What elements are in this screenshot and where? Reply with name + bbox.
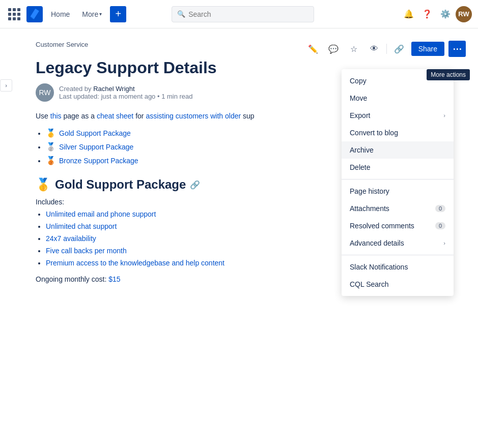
dropdown-item-attachments[interactable]: Attachments0 xyxy=(342,200,454,217)
intro-link-customers[interactable]: customers xyxy=(176,112,209,120)
feature-link[interactable]: Unlimited email and phone support xyxy=(46,210,367,218)
search-bar: 🔍 xyxy=(172,6,314,22)
intro-link-this[interactable]: this xyxy=(50,112,62,120)
comment-icon[interactable]: 💬 xyxy=(325,41,342,57)
search-input[interactable] xyxy=(188,10,308,18)
toc-link[interactable]: 🥉 Bronze Support Package xyxy=(46,156,367,165)
feature-link[interactable]: Premium access to the knowledgebase and … xyxy=(46,259,367,267)
features-list: Unlimited email and phone supportUnlimit… xyxy=(46,210,367,267)
intro-link-older[interactable]: older xyxy=(225,112,241,120)
confluence-logo[interactable] xyxy=(26,6,43,22)
section-heading-gold: 🥇 Gold Support Package 🔗 xyxy=(36,177,367,192)
dropdown-item-cql-search[interactable]: CQL Search xyxy=(342,276,454,293)
toolbar-divider xyxy=(386,44,387,54)
toc-link[interactable]: 🥇 Gold Support Package xyxy=(46,128,367,138)
dropdown-label-page-history: Page history xyxy=(350,187,389,195)
more-link[interactable]: More ▾ xyxy=(78,8,106,20)
dropdown-label-attachments: Attachments xyxy=(350,204,389,213)
dropdown-label-delete: Delete xyxy=(350,163,370,171)
page-content: Use this page as a cheat sheet for assis… xyxy=(36,112,367,283)
dropdown-item-convert-to-blog[interactable]: Convert to blog xyxy=(342,124,454,141)
dropdown-item-move[interactable]: Move xyxy=(342,89,454,107)
toc-list: 🥇 Gold Support Package 🥈 Silver Support … xyxy=(46,128,367,165)
author-meta: Created by Rachel Wright Last updated: j… xyxy=(59,85,193,100)
share-button[interactable]: Share xyxy=(411,42,444,56)
page-toolbar: ✏️ 💬 ☆ 👁 🔗 Share ⋯ More actions CopyMove… xyxy=(305,41,466,57)
more-chevron-icon: ▾ xyxy=(99,11,102,17)
badge-resolved-comments: 0 xyxy=(435,222,445,229)
help-icon[interactable]: ❓ xyxy=(419,6,435,22)
feature-list-item: Five call backs per month xyxy=(46,247,367,255)
toc-list-item: 🥈 Silver Support Package xyxy=(46,142,367,152)
divider-after-advanced-details xyxy=(342,255,454,255)
feature-link[interactable]: 24x7 availability xyxy=(46,234,367,243)
feature-list-item: Unlimited email and phone support xyxy=(46,210,367,218)
main-content-area: Customer Service ✏️ 💬 ☆ 👁 🔗 Share ⋯ More… xyxy=(15,28,478,448)
dropdown-label-move: Move xyxy=(350,94,367,102)
dropdown-label-resolved-comments: Resolved comments xyxy=(350,222,414,230)
home-link[interactable]: Home xyxy=(47,8,74,20)
feature-list-item: Unlimited chat support xyxy=(46,222,367,230)
sidebar-toggle-button[interactable]: › xyxy=(0,79,12,92)
toc-label: Gold Support Package xyxy=(59,129,131,137)
topnav-icons: 🔔 ❓ ⚙️ RW xyxy=(401,6,472,22)
dropdown-label-convert-to-blog: Convert to blog xyxy=(350,129,398,137)
toc-list-item: 🥉 Bronze Support Package xyxy=(46,156,367,165)
top-navigation: Home More ▾ + 🔍 🔔 ❓ ⚙️ RW xyxy=(0,0,478,28)
badge-attachments: 0 xyxy=(435,205,445,212)
author-avatar: RW xyxy=(36,83,54,102)
includes-label: Includes: xyxy=(36,198,367,206)
toc-emoji: 🥉 xyxy=(46,156,56,165)
dropdown-item-archive[interactable]: Archive xyxy=(342,141,454,159)
feature-list-item: 24x7 availability xyxy=(46,234,367,243)
user-avatar[interactable]: RW xyxy=(456,6,472,22)
create-button[interactable]: + xyxy=(110,6,126,22)
chevron-advanced-details-icon: › xyxy=(443,240,445,246)
toc-emoji: 🥈 xyxy=(46,142,56,152)
more-actions-button[interactable]: ⋯ xyxy=(448,41,466,57)
feature-list-item: Premium access to the knowledgebase and … xyxy=(46,259,367,267)
toc-label: Bronze Support Package xyxy=(59,157,138,165)
dropdown-item-delete[interactable]: Delete xyxy=(342,159,454,176)
more-actions-dropdown: CopyMoveExport›Convert to blogArchiveDel… xyxy=(342,69,454,296)
search-icon: 🔍 xyxy=(177,10,185,18)
notifications-icon[interactable]: 🔔 xyxy=(401,6,417,22)
dropdown-item-slack-notifications[interactable]: Slack Notifications xyxy=(342,258,454,276)
sidebar-toggle-area: › xyxy=(0,28,15,448)
edit-icon[interactable]: ✏️ xyxy=(305,41,321,57)
toc-link[interactable]: 🥈 Silver Support Package xyxy=(46,142,367,152)
section-link-icon[interactable]: 🔗 xyxy=(190,180,200,190)
apps-icon[interactable] xyxy=(6,6,22,22)
feature-link[interactable]: Five call backs per month xyxy=(46,247,367,255)
price-text: Ongoing monthly cost: $15 xyxy=(36,275,367,283)
chevron-export-icon: › xyxy=(443,112,445,118)
intro-link-with[interactable]: with xyxy=(210,112,223,120)
dropdown-label-copy: Copy xyxy=(350,77,367,85)
link-icon[interactable]: 🔗 xyxy=(391,41,407,57)
divider-after-delete xyxy=(342,179,454,180)
page-layout: › Customer Service ✏️ 💬 ☆ 👁 🔗 Share ⋯ Mo… xyxy=(0,28,478,448)
dropdown-label-archive: Archive xyxy=(350,146,374,154)
dropdown-item-advanced-details[interactable]: Advanced details› xyxy=(342,234,454,252)
dropdown-label-export: Export xyxy=(350,111,370,120)
intro-link-cheat[interactable]: cheat sheet xyxy=(97,112,133,120)
settings-icon[interactable]: ⚙️ xyxy=(437,6,454,22)
dropdown-item-page-history[interactable]: Page history xyxy=(342,183,454,200)
star-icon[interactable]: ☆ xyxy=(346,41,362,57)
dropdown-item-resolved-comments[interactable]: Resolved comments0 xyxy=(342,217,454,234)
toc-label: Silver Support Package xyxy=(59,143,133,151)
dropdown-item-copy[interactable]: Copy xyxy=(342,72,454,89)
dropdown-label-slack-notifications: Slack Notifications xyxy=(350,263,408,271)
gold-emoji: 🥇 xyxy=(36,177,51,192)
intro-link-assisting[interactable]: assisting xyxy=(146,112,173,120)
toc-emoji: 🥇 xyxy=(46,128,56,138)
toc-list-item: 🥇 Gold Support Package xyxy=(46,128,367,138)
feature-link[interactable]: Unlimited chat support xyxy=(46,222,367,230)
page-timestamps: Last updated: just a moment ago • 1 min … xyxy=(59,93,193,100)
dropdown-item-export[interactable]: Export› xyxy=(342,107,454,124)
breadcrumb-space[interactable]: Customer Service xyxy=(36,41,88,48)
dropdown-label-cql-search: CQL Search xyxy=(350,280,389,288)
watch-icon[interactable]: 👁 xyxy=(366,41,382,57)
price-link[interactable]: $15 xyxy=(108,275,120,283)
more-actions-container: ⋯ More actions CopyMoveExport›Convert to… xyxy=(448,41,466,57)
